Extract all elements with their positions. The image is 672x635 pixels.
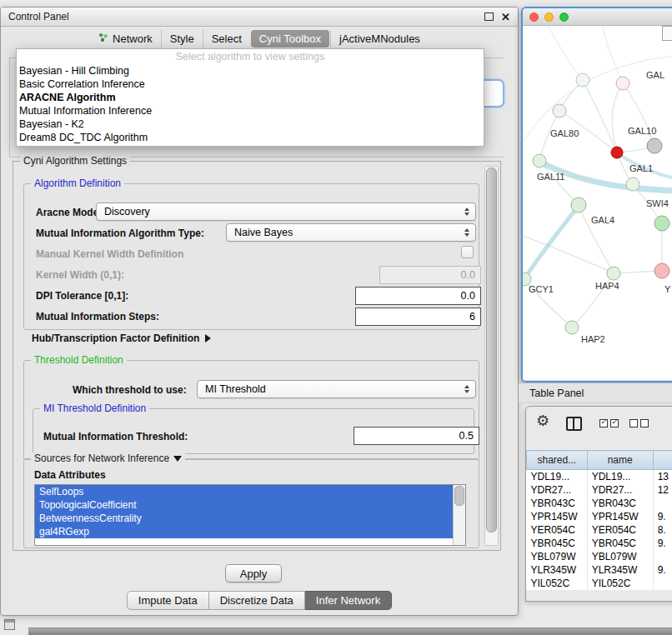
network-edge: [603, 26, 621, 79]
close-traffic-light[interactable]: [529, 12, 539, 22]
attribute-item[interactable]: SelfLoops: [35, 485, 454, 498]
network-node[interactable]: [626, 178, 639, 191]
algorithm-option[interactable]: Bayesian - Hill Climbing: [17, 64, 484, 78]
aracne-mode-select[interactable]: Discovery: [96, 202, 476, 221]
threshold-type-select[interactable]: MI Threshold: [197, 380, 476, 398]
hub-definition-label: Hub/Transcription Factor Definition: [32, 332, 199, 344]
cyni-algorithm-settings-panel: Cyni Algorithm Settings Algorithm Defini…: [13, 161, 501, 551]
table-row[interactable]: YLR345WYLR345W9.: [527, 563, 672, 577]
combo-arrows-icon: [464, 208, 469, 216]
mi-type-select[interactable]: Naive Bayes: [226, 223, 476, 242]
column-header[interactable]: [653, 451, 672, 470]
combo-value: MI Threshold: [205, 383, 266, 395]
manual-kernel-label: Manual Kernel Width Definition: [36, 248, 183, 260]
network-node[interactable]: [611, 147, 623, 158]
attribute-item[interactable]: gal4RGexp: [35, 525, 454, 538]
attribute-item[interactable]: TopologicalCoefficient: [35, 498, 454, 512]
tab-cyni-toolbox[interactable]: Cyni Toolbox: [251, 30, 329, 48]
table-panel-header: Table Panel: [519, 382, 672, 403]
network-node[interactable]: [607, 267, 620, 280]
table-row[interactable]: YDR27...YDR27...12: [527, 483, 672, 497]
mi-steps-input[interactable]: 6: [355, 308, 481, 326]
window-title: Control Panel: [8, 11, 69, 22]
network-node-label: GAL11: [537, 172, 564, 182]
network-window-titlebar[interactable]: [523, 8, 672, 26]
zoom-traffic-light[interactable]: [559, 12, 569, 22]
table-row[interactable]: YBR043CYBR043C: [527, 497, 672, 510]
network-node-label: Y: [664, 284, 671, 294]
scrollbar-thumb[interactable]: [486, 168, 497, 532]
tab-discretize-data[interactable]: Discretize Data: [209, 591, 305, 610]
mi-threshold-input[interactable]: 0.5: [354, 427, 479, 445]
mi-threshold-group: MI Threshold Definition Mutual Informati…: [33, 408, 474, 454]
minimize-traffic-light[interactable]: [544, 12, 554, 22]
table-panel-window: ⚙ shared... name YDL19...YDL19...13 YDR2…: [525, 406, 672, 602]
network-tab-icon: [98, 32, 108, 45]
table-row[interactable]: YER054CYER054C8.: [527, 523, 672, 537]
bottom-tab-bar: Impute Data Discretize Data Infer Networ…: [1, 591, 518, 610]
tab-select[interactable]: Select: [203, 30, 250, 48]
float-window-icon[interactable]: [484, 12, 494, 21]
column-header[interactable]: shared...: [527, 451, 588, 470]
table-row[interactable]: YIL052CYIL052C: [527, 577, 672, 590]
collapse-icon[interactable]: [173, 456, 182, 462]
data-attributes-list: SelfLoops TopologicalCoefficient Between…: [34, 484, 466, 546]
network-node[interactable]: [647, 138, 662, 153]
mi-threshold-label: Mutual Information Threshold:: [43, 431, 188, 442]
network-node-label: HAP4: [595, 281, 619, 291]
algorithm-option-selected[interactable]: ARACNE Algorithm: [17, 91, 484, 104]
data-attributes-label: Data Attributes: [34, 469, 106, 481]
network-node[interactable]: [654, 263, 669, 278]
combo-value: Naive Bayes: [234, 227, 293, 238]
mi-steps-label: Mutual Information Steps:: [36, 311, 159, 322]
table-row[interactable]: YDL19...YDL19...13: [527, 470, 672, 484]
tab-impute-data[interactable]: Impute Data: [127, 591, 209, 610]
network-node[interactable]: [553, 104, 566, 118]
network-node[interactable]: [616, 77, 629, 90]
column-header[interactable]: name: [587, 451, 653, 470]
settings-scrollbar[interactable]: [484, 166, 499, 546]
network-node[interactable]: [654, 216, 669, 231]
attribute-item[interactable]: BetweennessCentrality: [35, 512, 454, 525]
table-row[interactable]: YPR145WYPR145W9.: [527, 510, 672, 523]
hub-definition-expander[interactable]: Hub/Transcription Factor Definition: [32, 332, 211, 344]
select-all-icon[interactable]: [599, 419, 619, 428]
algorithm-option[interactable]: Bayesian - K2: [17, 118, 484, 131]
network-node[interactable]: [533, 154, 546, 168]
table-row[interactable]: YBL079WYBL079W: [527, 550, 672, 563]
tab-jactivemnodules[interactable]: jActiveMNodules: [330, 30, 429, 48]
table-header-row: shared... name: [527, 451, 672, 470]
close-window-icon[interactable]: ✕: [501, 12, 510, 22]
table-row[interactable]: YBR045CYBR045C9.: [527, 537, 672, 550]
algorithm-option[interactable]: Basic Correlation Inference: [17, 78, 484, 91]
network-node-label: GCY1: [529, 284, 554, 294]
bottom-status-bar: [28, 628, 672, 635]
algorithm-option[interactable]: Mutual Information Inference: [17, 104, 484, 118]
threshold-type-label: Which threshold to use:: [73, 384, 187, 396]
apply-button[interactable]: Apply: [225, 564, 282, 582]
restore-panel-icon[interactable]: [4, 619, 15, 630]
manual-kernel-checkbox[interactable]: [461, 246, 474, 258]
tab-network[interactable]: Network: [90, 30, 161, 48]
network-node[interactable]: [576, 73, 589, 87]
kernel-width-input[interactable]: 0.0: [379, 266, 481, 284]
tab-infer-network[interactable]: Infer Network: [305, 591, 392, 610]
network-node[interactable]: [565, 321, 579, 334]
dpi-tolerance-input[interactable]: 0.0: [355, 287, 481, 305]
columns-icon[interactable]: [566, 417, 582, 431]
list-scrollbar[interactable]: [453, 485, 465, 545]
scrollbar-thumb[interactable]: [454, 486, 464, 506]
network-canvas[interactable]: GALGAL80GAL10GAL11GAL1SWI4GAL4GCY1HAP4HA…: [523, 26, 672, 380]
network-node[interactable]: [571, 198, 586, 212]
network-node-label: GAL: [646, 70, 664, 80]
network-edge: [583, 80, 615, 150]
top-tab-bar: Network Style Select Cyni Toolbox jActiv…: [1, 30, 518, 48]
gear-icon[interactable]: ⚙: [536, 413, 549, 428]
tab-style[interactable]: Style: [161, 30, 203, 48]
control-panel-titlebar[interactable]: Control Panel ✕: [1, 8, 518, 27]
network-node-label: GAL4: [591, 215, 614, 225]
algorithm-option[interactable]: Dream8 DC_TDC Algorithm: [17, 131, 484, 144]
combo-value: Discovery: [104, 206, 150, 218]
deselect-all-icon[interactable]: [629, 419, 649, 428]
algorithm-definition-group: Algorithm Definition Aracne Mode: Discov…: [23, 183, 479, 330]
